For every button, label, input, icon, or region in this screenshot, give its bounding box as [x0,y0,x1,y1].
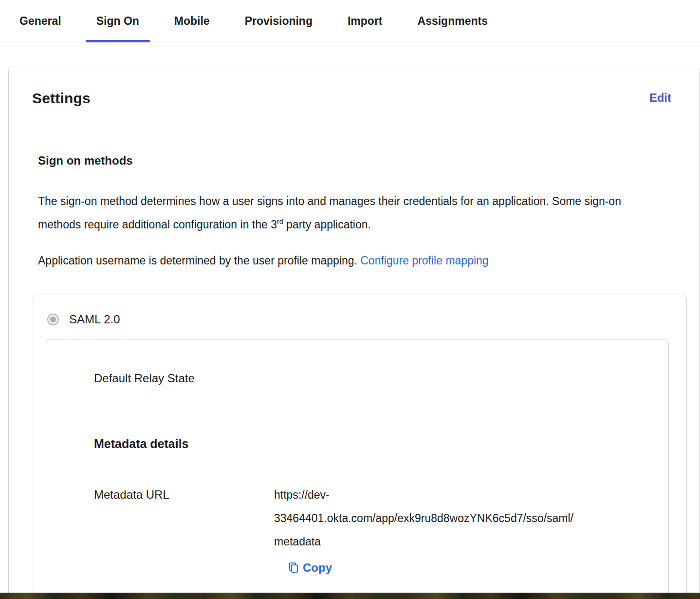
username-note-text: Application username is determined by th… [38,254,357,267]
tab-general-label: General [19,15,61,28]
app-tab-bar: General Sign On Mobile Provisioning Impo… [0,0,700,42]
description-superscript: rd [277,218,283,225]
sign-on-methods-description: The sign-on method determines how a user… [38,189,654,236]
saml-radio-row[interactable]: SAML 2.0 [47,313,686,326]
saml-radio-button[interactable] [47,314,59,325]
copy-row: Copy [289,561,649,575]
tab-import[interactable]: Import [337,0,393,42]
default-relay-state-label: Default Relay State [94,372,649,385]
tab-general[interactable]: General [9,0,72,42]
copy-label: Copy [303,561,332,575]
tab-sign-on-label: Sign On [96,15,139,28]
tab-mobile-label: Mobile [174,15,210,28]
edit-settings-link[interactable]: Edit [649,91,671,105]
background-wallpaper-strip [0,593,700,599]
copy-metadata-url-link[interactable]: Copy [289,561,332,575]
username-note: Application username is determined by th… [38,249,654,272]
saml-method-box: SAML 2.0 Default Relay State Metadata de… [33,295,687,599]
tab-sign-on[interactable]: Sign On [86,0,150,42]
settings-card: Settings Edit Sign on methods The sign-o… [8,68,700,599]
metadata-details-heading: Metadata details [94,437,649,451]
configure-profile-mapping-link[interactable]: Configure profile mapping [360,254,488,267]
metadata-url-value: https://dev-33464401.okta.com/app/exk9ru… [274,483,576,553]
tab-assignments-label: Assignments [418,15,488,28]
copy-icon [289,562,298,573]
sign-on-methods-heading: Sign on methods [38,154,687,168]
tab-provisioning-label: Provisioning [245,15,313,28]
tab-import-label: Import [348,15,383,28]
metadata-url-row: Metadata URL https://dev-33464401.okta.c… [94,485,649,553]
metadata-url-label: Metadata URL [94,485,274,505]
saml-method-label: SAML 2.0 [69,313,120,326]
saml-details-box: Default Relay State Metadata details Met… [46,339,669,599]
tab-provisioning[interactable]: Provisioning [234,0,323,42]
description-part2: party application. [283,218,371,231]
tab-assignments[interactable]: Assignments [407,0,498,42]
settings-card-header: Settings Edit [32,90,687,107]
radio-dot [50,317,56,322]
settings-title: Settings [32,90,91,107]
tab-mobile[interactable]: Mobile [164,0,221,42]
